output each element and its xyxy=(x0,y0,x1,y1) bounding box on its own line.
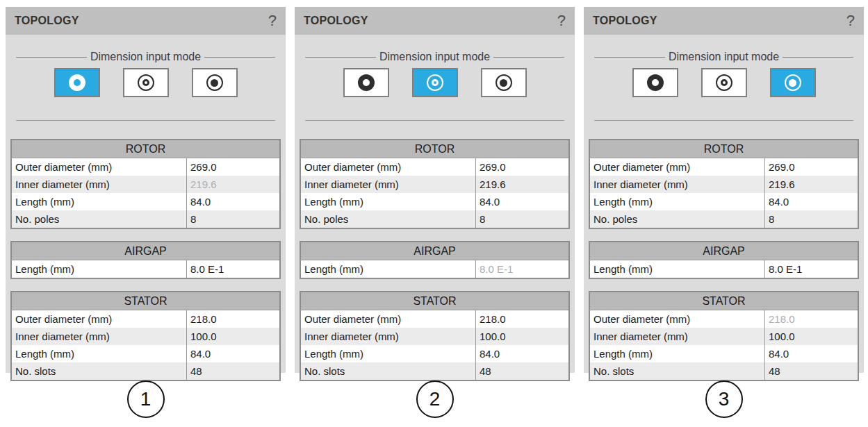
param-value-field[interactable]: 269.0 xyxy=(186,158,279,176)
mode-button-row xyxy=(295,68,575,97)
panel-number-row: 2 xyxy=(295,380,575,418)
table-row: No. slots 48 xyxy=(12,362,279,380)
dimension-mode-1-button[interactable] xyxy=(54,68,100,97)
concentric-ring-icon xyxy=(138,74,154,91)
panel-header: TOPOLOGY ? xyxy=(295,7,575,35)
param-value-field[interactable]: 84.0 xyxy=(764,345,858,362)
param-value-field: 219.6 xyxy=(186,176,279,193)
dimension-input-mode-group: Dimension input mode xyxy=(16,51,275,63)
table-row: Outer diameter (mm) 269.0 xyxy=(12,158,279,176)
param-value-field[interactable]: 100.0 xyxy=(764,328,858,345)
panel-number: 3 xyxy=(719,388,730,410)
param-value-field[interactable]: 269.0 xyxy=(475,158,568,176)
param-label: Outer diameter (mm) xyxy=(301,161,475,173)
panel-number-badge-1: 1 xyxy=(127,380,165,418)
param-value-field[interactable]: 219.6 xyxy=(475,176,568,193)
param-value-field[interactable]: 218.0 xyxy=(186,310,279,328)
mode-button-row xyxy=(584,68,864,97)
param-value-field[interactable]: 8.0 E-1 xyxy=(186,260,279,278)
param-label: Length (mm) xyxy=(12,196,186,208)
thick-ring-icon xyxy=(358,74,375,91)
param-value-field[interactable]: 100.0 xyxy=(475,328,568,345)
dimension-mode-2-button[interactable] xyxy=(123,68,169,97)
panel-column-3: TOPOLOGY ? Dimension input mode xyxy=(584,7,864,418)
param-value-field[interactable]: 84.0 xyxy=(186,345,279,362)
param-value-field[interactable]: 218.0 xyxy=(475,310,568,328)
param-label: No. poles xyxy=(590,213,764,225)
legend-line-left xyxy=(594,57,665,58)
param-label: Length (mm) xyxy=(301,263,475,275)
table-row: Inner diameter (mm) 100.0 xyxy=(590,328,858,345)
panel-number-row: 3 xyxy=(584,380,864,418)
table-row: Length (mm) 84.0 xyxy=(590,345,858,362)
comparison-strip: TOPOLOGY ? Dimension input mode xyxy=(0,0,868,418)
param-value-field[interactable]: 8 xyxy=(475,210,568,228)
param-value-field[interactable]: 48 xyxy=(764,362,858,380)
dimension-mode-1-button[interactable] xyxy=(632,68,678,97)
dimension-input-mode-group: Dimension input mode xyxy=(305,51,564,63)
param-label: Length (mm) xyxy=(590,348,764,360)
stator-table: STATOR Outer diameter (mm) 218.0 Inner d… xyxy=(10,291,281,381)
dimension-input-mode-label: Dimension input mode xyxy=(87,51,204,63)
panel-title: TOPOLOGY xyxy=(304,15,368,27)
dimension-mode-2-button[interactable] xyxy=(701,68,747,97)
section-divider xyxy=(305,120,564,121)
param-value-field[interactable]: 100.0 xyxy=(186,328,279,345)
dimension-mode-3-button[interactable] xyxy=(770,68,816,97)
panel-number: 2 xyxy=(429,388,441,410)
panel-body: Dimension input mode ROTOR xyxy=(584,51,864,384)
thick-ring-icon xyxy=(647,74,664,91)
topology-panel-1: TOPOLOGY ? Dimension input mode xyxy=(6,7,286,373)
table-row: No. slots 48 xyxy=(301,362,568,380)
param-value-field[interactable]: 8.0 E-1 xyxy=(764,260,858,278)
concentric-dot-icon xyxy=(785,74,801,91)
param-label: Inner diameter (mm) xyxy=(301,178,475,190)
param-label: Length (mm) xyxy=(301,196,475,208)
param-value-field[interactable]: 48 xyxy=(475,362,568,380)
param-value-field[interactable]: 84.0 xyxy=(475,345,568,362)
concentric-dot-icon xyxy=(496,74,512,91)
help-icon[interactable]: ? xyxy=(557,13,566,28)
param-label: Inner diameter (mm) xyxy=(301,330,475,342)
inner-ring xyxy=(142,79,149,86)
dimension-mode-2-button[interactable] xyxy=(412,68,458,97)
panel-number-row: 1 xyxy=(6,380,286,418)
help-icon[interactable]: ? xyxy=(268,13,277,28)
param-value-field[interactable]: 48 xyxy=(186,362,279,380)
param-value-field[interactable]: 8 xyxy=(186,210,279,228)
help-icon[interactable]: ? xyxy=(846,13,855,28)
dimension-mode-1-button[interactable] xyxy=(343,68,389,97)
stator-table: STATOR Outer diameter (mm) 218.0 Inner d… xyxy=(589,291,859,381)
dimension-mode-3-button[interactable] xyxy=(481,68,527,97)
param-value-field[interactable]: 84.0 xyxy=(186,193,279,210)
legend-line-right xyxy=(204,57,275,58)
concentric-dot-icon xyxy=(206,74,223,91)
airgap-table-title: AIRGAP xyxy=(590,242,858,260)
param-label: Outer diameter (mm) xyxy=(12,313,186,325)
table-row: Inner diameter (mm) 100.0 xyxy=(301,328,568,345)
param-label: No. slots xyxy=(301,365,475,377)
param-value-field[interactable]: 84.0 xyxy=(475,193,568,210)
param-value-field[interactable]: 84.0 xyxy=(764,193,858,210)
airgap-table: AIRGAP Length (mm) 8.0 E-1 xyxy=(589,241,859,279)
dimension-input-mode-label: Dimension input mode xyxy=(665,51,783,63)
table-row: No. slots 48 xyxy=(590,362,858,380)
airgap-table-title: AIRGAP xyxy=(301,242,568,260)
rotor-table: ROTOR Outer diameter (mm) 269.0 Inner di… xyxy=(10,139,281,229)
param-label: Length (mm) xyxy=(590,196,764,208)
param-label: Length (mm) xyxy=(12,348,186,360)
legend-line-right xyxy=(493,57,564,58)
table-row: Length (mm) 84.0 xyxy=(12,193,279,210)
param-value-field[interactable]: 8 xyxy=(764,210,858,228)
param-value-field[interactable]: 219.6 xyxy=(764,176,858,193)
param-label: Length (mm) xyxy=(12,263,186,275)
param-value-field[interactable]: 269.0 xyxy=(764,158,858,176)
legend-line-left xyxy=(305,57,376,58)
table-row: Length (mm) 84.0 xyxy=(590,193,858,210)
panel-number-badge-2: 2 xyxy=(416,380,454,418)
dimension-mode-3-button[interactable] xyxy=(192,68,238,97)
topology-panel-2: TOPOLOGY ? Dimension input mode xyxy=(295,7,575,373)
table-row: Length (mm) 84.0 xyxy=(12,345,279,362)
airgap-table: AIRGAP Length (mm) 8.0 E-1 xyxy=(300,241,570,279)
section-divider xyxy=(16,120,275,121)
